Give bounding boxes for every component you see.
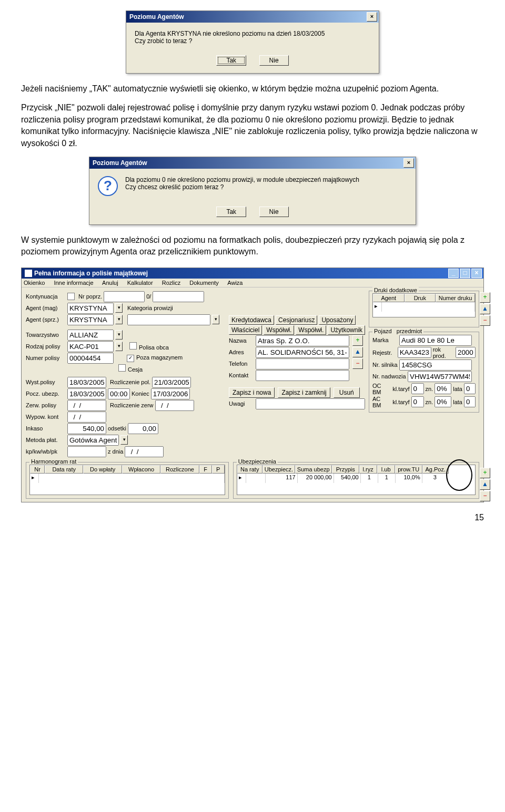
dialog2-titlebar[interactable]: Poziomu Agentów × bbox=[89, 157, 416, 169]
nrp2-input[interactable] bbox=[153, 291, 204, 302]
lbl-wyst: Wyst.polisy bbox=[26, 379, 66, 385]
nrnadw-input[interactable] bbox=[408, 371, 472, 382]
nrp-input[interactable] bbox=[104, 291, 145, 302]
uwagi-input[interactable] bbox=[256, 398, 365, 409]
remove-icon[interactable]: − bbox=[480, 315, 490, 326]
hh-do: Do wpłaty bbox=[83, 465, 122, 474]
rozlzerw-input[interactable] bbox=[155, 400, 194, 411]
czas-input[interactable] bbox=[108, 388, 130, 399]
remove-icon[interactable]: − bbox=[480, 491, 490, 501]
towarzystwo-input[interactable] bbox=[67, 330, 114, 341]
add-icon[interactable]: + bbox=[352, 335, 363, 346]
kontakt-input[interactable] bbox=[256, 370, 349, 381]
up-icon[interactable]: ▲ bbox=[352, 347, 363, 357]
lbl-zero-slash: 0/ bbox=[146, 293, 151, 300]
rejestr-input[interactable] bbox=[398, 347, 431, 358]
rozlpol-input[interactable] bbox=[152, 377, 191, 388]
chk-poza-mag[interactable] bbox=[127, 355, 134, 362]
yes-button[interactable]: Tak bbox=[216, 207, 246, 217]
tab-cesjonariusz[interactable]: Cesjonariusz bbox=[276, 315, 317, 325]
agent-sprz-input[interactable] bbox=[67, 314, 114, 325]
legend-druki: Druki dodatkowe bbox=[372, 287, 419, 293]
oc-kltaryf[interactable] bbox=[411, 383, 424, 394]
lbl-nrnadw: Nr. nadwozia bbox=[372, 373, 406, 379]
wypow-input[interactable] bbox=[67, 412, 106, 423]
up-icon[interactable]: ▲ bbox=[480, 304, 490, 314]
adres-input[interactable] bbox=[256, 347, 349, 358]
uh-agpoz: Ag.Poz. bbox=[422, 465, 449, 474]
kategoria-input[interactable] bbox=[127, 314, 210, 325]
nazwa-input[interactable] bbox=[256, 335, 349, 346]
odsetki-input[interactable] bbox=[128, 423, 158, 434]
up-icon[interactable]: ▲ bbox=[480, 479, 490, 490]
menu-inne[interactable]: Inne informacje bbox=[54, 280, 93, 286]
lbl-kontynuacja: Kontynuacja bbox=[26, 293, 66, 300]
lbl-marka: Marka bbox=[372, 337, 398, 343]
no-button[interactable]: Nie bbox=[259, 207, 289, 217]
btn-zapisz-nowa[interactable]: Zapisz i nowa bbox=[229, 387, 275, 398]
menu-anuluj[interactable]: Anuluj bbox=[102, 280, 118, 286]
close-icon[interactable]: × bbox=[471, 269, 482, 278]
lbl-lata: lata bbox=[453, 386, 462, 392]
chk-kontynuacja[interactable] bbox=[67, 293, 75, 300]
koniec-input[interactable] bbox=[151, 388, 190, 399]
dropdown-icon[interactable]: ▾ bbox=[115, 342, 123, 351]
ac-kltaryf[interactable] bbox=[411, 396, 424, 407]
oc-lata[interactable] bbox=[464, 383, 476, 394]
tab-kredytodawca[interactable]: Kredytodawca bbox=[229, 315, 274, 325]
inkaso-input[interactable] bbox=[67, 423, 106, 434]
oc-zn[interactable] bbox=[435, 383, 451, 394]
agent-mag-input[interactable] bbox=[67, 303, 114, 314]
menu-dokumenty[interactable]: Dokumenty bbox=[189, 280, 219, 286]
kpkw-input[interactable] bbox=[67, 446, 106, 457]
wyst-input[interactable] bbox=[67, 377, 106, 388]
numer-input[interactable] bbox=[67, 353, 114, 364]
menu-awiza[interactable]: Awiza bbox=[227, 280, 243, 286]
dropdown-icon[interactable]: ▾ bbox=[120, 435, 128, 445]
rokprod-input[interactable] bbox=[456, 347, 476, 358]
metoda-input[interactable] bbox=[67, 435, 119, 446]
close-icon[interactable]: × bbox=[367, 12, 377, 22]
lbl-zn: zn. bbox=[426, 386, 433, 392]
maximize-icon[interactable]: □ bbox=[460, 269, 470, 278]
dropdown-icon[interactable]: ▾ bbox=[212, 315, 219, 324]
dropdown-icon[interactable]: ▾ bbox=[115, 303, 123, 313]
ac-lata[interactable] bbox=[464, 396, 476, 407]
tab-wspolwl1[interactable]: Współwł. bbox=[264, 325, 294, 335]
tab-uzytkownik[interactable]: Użytkownik bbox=[328, 325, 365, 335]
nrsil-input[interactable] bbox=[399, 359, 472, 371]
btn-usun[interactable]: Usuń bbox=[334, 387, 360, 398]
dialog1-titlebar[interactable]: Poziomu Agentów × bbox=[126, 11, 379, 23]
minimize-icon[interactable]: _ bbox=[448, 269, 459, 278]
menu-rozlicz[interactable]: Rozlicz bbox=[162, 280, 180, 286]
ur-4: 1 bbox=[361, 474, 378, 483]
app-titlebar[interactable]: Pełna informacja o polisie majątkowej _ … bbox=[22, 268, 483, 279]
tab-wlasciciel[interactable]: Właściciel bbox=[229, 325, 262, 335]
menu-kalkulator[interactable]: Kalkulator bbox=[127, 280, 153, 286]
dropdown-icon[interactable]: ▾ bbox=[115, 315, 123, 324]
btn-zapisz-zamknij[interactable]: Zapisz i zamknij bbox=[278, 387, 330, 398]
pocz-input[interactable] bbox=[67, 388, 106, 399]
marka-input[interactable] bbox=[399, 335, 472, 346]
yes-button[interactable]: Tak bbox=[216, 55, 246, 66]
telefon-input[interactable] bbox=[256, 358, 349, 369]
close-icon[interactable]: × bbox=[403, 158, 414, 168]
lbl-acbm: AC BM bbox=[372, 396, 388, 408]
legend-harmonogram: Harmonogram rat bbox=[29, 458, 78, 465]
remove-icon[interactable]: − bbox=[352, 358, 363, 369]
menu-okienko[interactable]: Okienko bbox=[24, 280, 45, 286]
chk-cesja[interactable] bbox=[118, 364, 126, 372]
add-icon[interactable]: + bbox=[480, 292, 490, 303]
tab-uposazony[interactable]: Uposażony bbox=[319, 315, 356, 325]
ac-zn[interactable] bbox=[435, 396, 451, 407]
zdnia-input[interactable] bbox=[125, 446, 164, 457]
lbl-inkaso: Inkaso bbox=[26, 425, 66, 431]
chk-polisa-obca[interactable] bbox=[129, 342, 137, 350]
tab-wspolwl2[interactable]: Współwł. bbox=[296, 325, 326, 335]
dropdown-icon[interactable]: ▾ bbox=[115, 330, 123, 340]
rodzaj-input[interactable] bbox=[67, 341, 114, 352]
no-button[interactable]: Nie bbox=[259, 55, 289, 66]
add-icon[interactable]: + bbox=[480, 468, 490, 478]
zerw-input[interactable] bbox=[67, 400, 106, 411]
box-ubezpieczenia: Ubezpieczenia Na raty Ubezpiecz. Suma ub… bbox=[233, 462, 479, 499]
